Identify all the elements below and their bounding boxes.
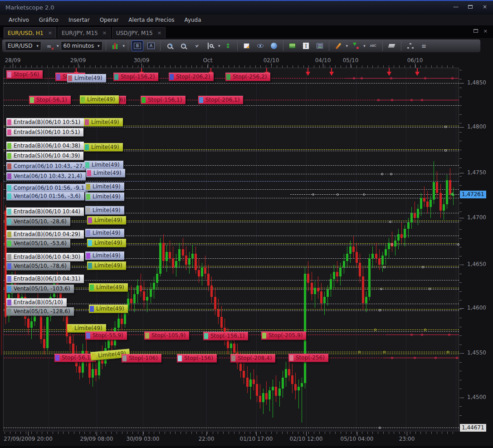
- restore-window-icon[interactable]: [473, 28, 478, 34]
- order-label[interactable]: Límite(49): [84, 161, 123, 169]
- alert-arrow-icon[interactable]: [306, 72, 310, 76]
- tab-eurusd-h1[interactable]: EUR/USD, H1 ×: [4, 27, 56, 38]
- period-select[interactable]: 60 minutos ▾: [61, 41, 103, 51]
- order-label[interactable]: Compra(06/10 01:56, -9,1: [6, 184, 88, 192]
- order-label[interactable]: Stop(-156,1): [203, 332, 248, 340]
- order-label[interactable]: Venta(05/10, -53,6): [6, 239, 70, 248]
- chevron-down-icon[interactable]: ▾: [123, 44, 125, 48]
- order-label[interactable]: Compra(06/10 10:43, -27,3): [6, 162, 93, 171]
- draw-line-button[interactable]: [332, 40, 344, 51]
- order-label[interactable]: Entrada(S)(06/10 04:39): [6, 152, 83, 160]
- order-label[interactable]: Límite(49): [89, 305, 128, 313]
- tab-close-icon[interactable]: ×: [103, 30, 107, 36]
- symbol-select[interactable]: EUR/USD ▾: [5, 41, 41, 51]
- report-button[interactable]: [314, 40, 326, 51]
- order-label[interactable]: Límite(49): [85, 206, 124, 215]
- eraser-button[interactable]: [386, 40, 398, 51]
- minimize-button[interactable]: —: [452, 4, 459, 10]
- order-label[interactable]: Stop(-256): [288, 354, 328, 362]
- tab-eurjpy-m15[interactable]: EUR/JPY, M15 ×: [58, 27, 111, 38]
- order-label[interactable]: Stop(-156,2): [113, 73, 158, 81]
- order-label[interactable]: Entrada(B)(06/10 04:30): [6, 253, 84, 261]
- order-label[interactable]: Stop(-205,9): [261, 331, 306, 340]
- order-label[interactable]: Límite(49): [87, 261, 126, 270]
- measure-button[interactable]: ↕: [222, 40, 234, 51]
- zoom-in-button[interactable]: +: [164, 40, 176, 51]
- close-button[interactable]: ×: [481, 4, 488, 10]
- chevron-down-icon[interactable]: ▾: [363, 44, 366, 48]
- order-label[interactable]: Límite(49): [84, 143, 123, 152]
- menu-item-archivo[interactable]: Archivo: [5, 15, 33, 25]
- layers-button[interactable]: ≡: [418, 40, 430, 51]
- order-label[interactable]: Stop(-105,9): [144, 331, 189, 340]
- order-label[interactable]: Entrada(B)(05/10): [6, 298, 67, 307]
- order-label[interactable]: Límite(49): [85, 229, 124, 237]
- order-label[interactable]: Stop(-56): [6, 70, 43, 79]
- order-label[interactable]: Límite(49): [80, 95, 119, 104]
- order-label[interactable]: Stop(-56,1): [54, 354, 96, 362]
- web-button[interactable]: [268, 40, 280, 51]
- order-label[interactable]: Entrada(S)(06/10 10:51): [6, 128, 83, 137]
- tab-usdjpy-m15[interactable]: USD/JPY, M15 ×: [112, 27, 166, 38]
- show-order-labels-button[interactable]: B: [132, 40, 143, 51]
- order-label[interactable]: Stop(-156,1): [141, 96, 185, 104]
- order-label[interactable]: Stop(-208,4): [230, 354, 275, 363]
- insert-image-button[interactable]: [287, 40, 298, 51]
- menu-item-ayuda[interactable]: Ayuda: [181, 15, 205, 25]
- order-label[interactable]: Stop(-56,1): [29, 96, 71, 104]
- order-label[interactable]: Límite(49): [87, 216, 126, 225]
- object-tree-button[interactable]: [405, 40, 416, 51]
- chevron-down-icon[interactable]: ▾: [346, 44, 348, 48]
- show-alerts-button[interactable]: A: [145, 40, 157, 51]
- alert-arrow-icon[interactable]: [415, 72, 420, 76]
- menu-item-insertar[interactable]: Insertar: [64, 15, 94, 25]
- pointer-button[interactable]: ➢: [191, 40, 203, 51]
- order-label[interactable]: Stop(-156): [177, 354, 217, 363]
- order-label[interactable]: Stop(-206,1): [198, 96, 243, 104]
- menu-item-alerta-de-precios[interactable]: Alerta de Precios: [124, 15, 178, 25]
- watch-button[interactable]: [254, 40, 266, 51]
- order-label[interactable]: Límite(49): [87, 239, 126, 247]
- text-tool-button[interactable]: I: [300, 40, 312, 51]
- order-label[interactable]: Stop(-106): [122, 354, 161, 363]
- order-label[interactable]: Stop(-206,2): [169, 73, 214, 81]
- order-label[interactable]: Entrada(B)(06/10 04:31): [6, 275, 84, 283]
- order-label[interactable]: Stop(-256,2): [225, 73, 270, 81]
- marker-tool-button[interactable]: [350, 40, 361, 51]
- order-label[interactable]: Límite(49): [89, 283, 128, 292]
- order-label[interactable]: Límite(49): [84, 118, 123, 127]
- order-label[interactable]: Límite(49): [85, 251, 124, 260]
- tab-close-icon[interactable]: ×: [157, 30, 161, 36]
- order-label[interactable]: Entrada(B)(06/10 04:29): [6, 230, 84, 239]
- zoom-region-button[interactable]: [205, 40, 216, 51]
- order-label[interactable]: Venta(06/10 01:56, -3,6): [6, 192, 84, 201]
- note-button[interactable]: [241, 40, 253, 51]
- order-label[interactable]: Entrada(B)(06/10 04:38): [6, 142, 84, 150]
- maximize-button[interactable]: [467, 4, 474, 10]
- order-label[interactable]: Venta(05/10, -103,6): [6, 285, 74, 293]
- order-label[interactable]: Venta(05/10, -128,6): [6, 307, 74, 316]
- order-label[interactable]: Entrada(B)(06/10 10:44): [6, 207, 84, 216]
- chevron-down-icon[interactable]: ▾: [218, 44, 220, 48]
- unlink-symbol-button[interactable]: ∞×: [43, 40, 55, 51]
- alert-arrow-icon[interactable]: [329, 72, 334, 76]
- menu-item-operar[interactable]: Operar: [96, 15, 123, 25]
- chevron-down-icon[interactable]: ▾: [57, 44, 59, 48]
- label-tool-button[interactable]: ABC: [367, 40, 379, 51]
- order-label[interactable]: Entrada(B)(06/10 10:51): [6, 118, 84, 127]
- order-label[interactable]: Venta(05/10, -28,6): [6, 217, 70, 226]
- close-document-icon[interactable]: ×: [483, 28, 488, 34]
- order-label[interactable]: Stop(-55,9): [85, 331, 127, 340]
- order-label[interactable]: Límite(49): [86, 169, 125, 177]
- menu-item-grafico[interactable]: Gráfico: [35, 15, 63, 25]
- zoom-out-button[interactable]: −: [177, 40, 189, 51]
- tab-close-icon[interactable]: ×: [48, 30, 52, 36]
- order-label[interactable]: Venta(06/10 10:43, 21,4): [6, 172, 86, 181]
- price-tick-minor: [459, 70, 462, 70]
- order-label[interactable]: Límite(49): [85, 192, 124, 201]
- order-label[interactable]: Venta(05/10, -78,6): [6, 262, 70, 271]
- order-label[interactable]: Límite(49): [85, 182, 124, 191]
- chart-type-button[interactable]: [109, 40, 121, 51]
- order-label[interactable]: Límite(49): [67, 74, 106, 83]
- alert-arrow-icon[interactable]: [387, 72, 391, 76]
